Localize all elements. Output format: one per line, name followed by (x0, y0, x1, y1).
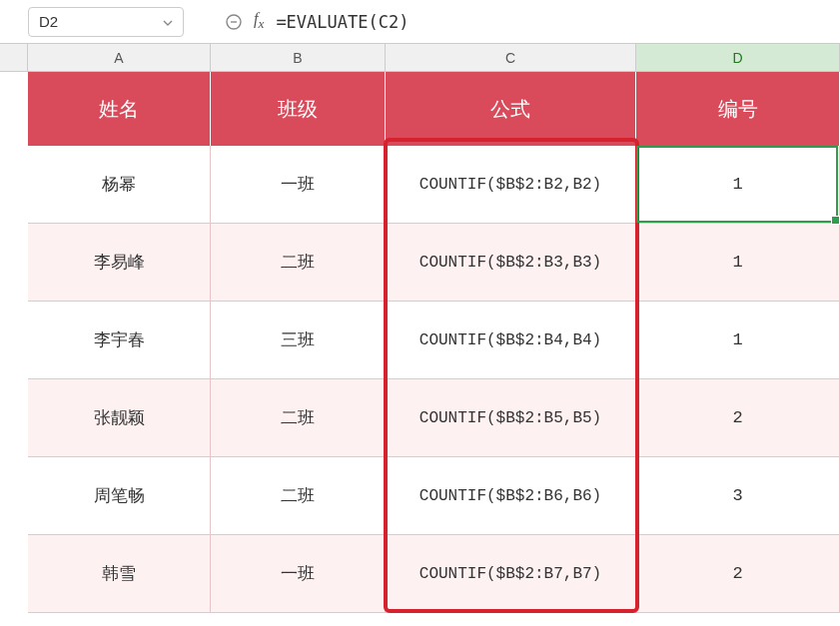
column-header-D[interactable]: D (636, 44, 840, 72)
cell[interactable]: 三班 (211, 302, 386, 379)
cell[interactable]: COUNTIF($B$2:B5,B5) (386, 379, 636, 457)
cell[interactable]: COUNTIF($B$2:B7,B7) (386, 535, 636, 613)
spreadsheet: A B C D 姓名 班级 公式 编号 杨幂 一班 COUNTIF($B$2:B… (0, 44, 840, 613)
table-row: 周笔畅 二班 COUNTIF($B$2:B6,B6) 3 (0, 457, 840, 535)
cell[interactable]: 1 (636, 302, 840, 379)
cell[interactable]: 2 (636, 535, 840, 613)
table-row: 杨幂 一班 COUNTIF($B$2:B2,B2) 1 (0, 146, 840, 224)
table-row: 韩雪 一班 COUNTIF($B$2:B7,B7) 2 (0, 535, 840, 613)
cancel-icon[interactable] (222, 10, 246, 34)
cell-reference-text: D2 (39, 13, 58, 30)
cell[interactable]: 一班 (211, 146, 386, 224)
cell[interactable]: 杨幂 (28, 146, 211, 224)
cell[interactable]: 二班 (211, 379, 386, 457)
cell[interactable]: 2 (636, 379, 840, 457)
table-row: 李宇春 三班 COUNTIF($B$2:B4,B4) 1 (0, 302, 840, 379)
select-all-corner[interactable] (0, 44, 28, 72)
column-header-B[interactable]: B (211, 44, 386, 72)
cell[interactable]: 一班 (211, 535, 386, 613)
column-headers: A B C D (0, 44, 840, 72)
formula-input[interactable] (276, 12, 840, 32)
table-row: 张靓颖 二班 COUNTIF($B$2:B5,B5) 2 (0, 379, 840, 457)
cell[interactable]: COUNTIF($B$2:B3,B3) (386, 224, 636, 302)
formula-bar: D2 fx (0, 0, 840, 44)
cell[interactable]: COUNTIF($B$2:B2,B2) (386, 146, 636, 224)
cell[interactable]: 韩雪 (28, 535, 211, 613)
cell[interactable]: 周笔畅 (28, 457, 211, 535)
header-cell-name[interactable]: 姓名 (28, 72, 211, 146)
cell[interactable]: 李宇春 (28, 302, 211, 379)
cell[interactable]: COUNTIF($B$2:B6,B6) (386, 457, 636, 535)
cell[interactable]: 张靓颖 (28, 379, 211, 457)
column-header-C[interactable]: C (386, 44, 636, 72)
header-cell-class[interactable]: 班级 (211, 72, 386, 146)
table-header-row: 姓名 班级 公式 编号 (0, 72, 840, 146)
cell[interactable]: 3 (636, 457, 840, 535)
header-cell-formula[interactable]: 公式 (386, 72, 636, 146)
table-body: 杨幂 一班 COUNTIF($B$2:B2,B2) 1 李易峰 二班 COUNT… (0, 146, 840, 613)
table-row: 李易峰 二班 COUNTIF($B$2:B3,B3) 1 (0, 224, 840, 302)
fx-icon[interactable]: fx (254, 10, 264, 32)
column-header-A[interactable]: A (28, 44, 211, 72)
cell[interactable]: COUNTIF($B$2:B4,B4) (386, 302, 636, 379)
cell[interactable]: 1 (636, 146, 840, 224)
cell[interactable]: 二班 (211, 457, 386, 535)
chevron-down-icon[interactable] (163, 15, 173, 29)
cell[interactable]: 二班 (211, 224, 386, 302)
cell[interactable]: 李易峰 (28, 224, 211, 302)
cell[interactable]: 1 (636, 224, 840, 302)
header-cell-number[interactable]: 编号 (636, 72, 840, 146)
cell-reference-box[interactable]: D2 (28, 7, 184, 37)
